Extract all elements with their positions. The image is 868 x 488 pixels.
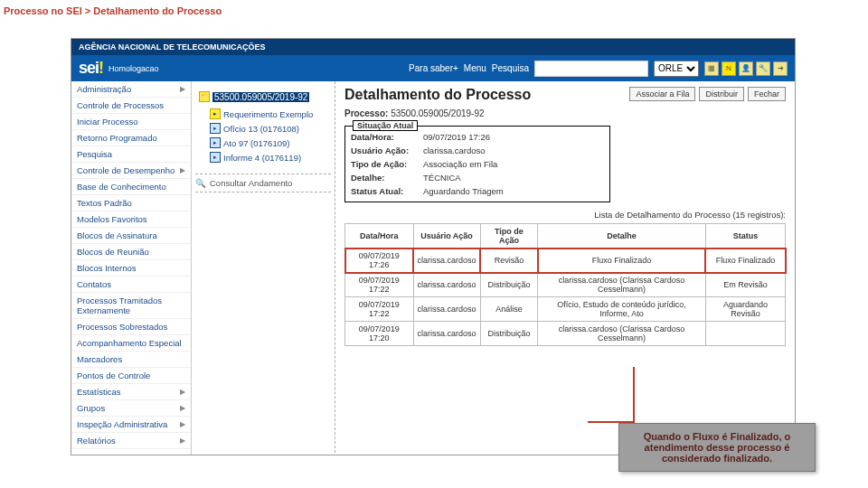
process-number: Processo: 53500.059005/2019-92 xyxy=(344,108,786,118)
env-label: Homologacao xyxy=(108,64,159,73)
breadcrumb: Processo no SEI > Detalhamento do Proces… xyxy=(0,0,868,22)
sidebar-item[interactable]: Acompanhamento Especial xyxy=(71,335,191,352)
sidebar-item[interactable]: Contatos xyxy=(71,277,191,293)
sidebar-item[interactable]: Marcadores xyxy=(71,352,191,368)
caret-icon: ▶ xyxy=(180,166,185,174)
table-row: 09/07/2019 17:20clarissa.cardosoDistribu… xyxy=(345,322,786,346)
caret-icon: ▶ xyxy=(180,420,185,428)
folder-icon: 📁 xyxy=(199,91,210,102)
caret-icon: ▶ xyxy=(180,436,185,445)
sidebar-item[interactable]: Textos Padrão xyxy=(71,195,191,211)
sidebar-item[interactable]: Retorno Programado xyxy=(71,130,191,146)
doc-icon: ▸ xyxy=(210,123,221,134)
callout-connector xyxy=(588,367,635,423)
sidebar-item[interactable]: Blocos Internos xyxy=(71,260,191,277)
col-header: Status xyxy=(705,224,785,249)
sit-row: Status Atual:Aguardando Triagem xyxy=(351,184,604,198)
sit-row: Data/Hora:09/07/2019 17:26 xyxy=(351,130,604,144)
caret-icon: ▶ xyxy=(180,404,185,412)
tree-item[interactable]: ▸Requerimento Exemplo xyxy=(195,107,331,121)
doc-icon: ▸ xyxy=(210,108,221,119)
col-header: Data/Hora xyxy=(345,224,414,249)
para-saber-link[interactable]: Para saber+ xyxy=(409,63,458,73)
list-caption: Lista de Detalhamento do Processo (15 re… xyxy=(344,210,786,220)
table-row: 09/07/2019 17:22clarissa.cardosoAnáliseO… xyxy=(345,297,786,322)
sidebar-item[interactable]: Controle de Processos xyxy=(71,98,191,114)
sidebar-item[interactable]: Estatísticas▶ xyxy=(71,384,191,400)
exit-icon[interactable]: ➔ xyxy=(773,61,788,76)
sidebar-item[interactable]: Processos Tramitados Externamente xyxy=(71,293,191,319)
sidebar-item[interactable]: Modelos Favoritos xyxy=(71,211,191,228)
associar-fila-button[interactable]: Associar a Fila xyxy=(629,87,695,101)
main-toolbar: sei! Homologacao Para saber+ Menu Pesqui… xyxy=(71,55,795,81)
caret-icon: ▶ xyxy=(180,85,185,93)
sidebar-item[interactable]: Processos Sobrestados xyxy=(71,319,191,335)
tree-item[interactable]: ▸Ato 97 (0176109) xyxy=(195,136,331,150)
process-tree: 📁53500.059005/2019-92 ▸Requerimento Exem… xyxy=(192,81,335,455)
sidebar-item[interactable]: Controle de Desempenho▶ xyxy=(71,163,191,179)
sit-row: Tipo de Ação:Associação em Fila xyxy=(351,157,604,171)
pesquisa-label: Pesquisa xyxy=(492,63,529,73)
col-header: Usuário Ação xyxy=(413,224,480,249)
sidebar-item[interactable]: Pontos de Controle xyxy=(71,368,191,384)
doc-icon: ▸ xyxy=(210,137,221,148)
sit-row: Usuário Ação:clarissa.cardoso xyxy=(351,144,604,157)
sidebar-item[interactable]: Inspeção Administrativa▶ xyxy=(71,417,191,433)
sidebar-item[interactable]: Blocos de Assinatura xyxy=(71,228,191,244)
sit-row: Detalhe:TÉCNICA xyxy=(351,171,604,184)
doc-icon: ▸ xyxy=(210,152,221,163)
search-input[interactable] xyxy=(534,61,648,77)
situacao-legend: Situação Atual xyxy=(353,120,418,131)
user-icon[interactable]: 👤 xyxy=(739,61,753,76)
config-icon[interactable]: 🔧 xyxy=(756,61,770,76)
tree-item[interactable]: ▸Informe 4 (0176119) xyxy=(195,150,331,164)
fechar-button[interactable]: Fechar xyxy=(748,87,786,101)
col-header: Detalhe xyxy=(538,224,706,249)
sei-logo: sei! xyxy=(79,59,103,78)
sidebar-item[interactable]: Relatórios▶ xyxy=(71,433,191,449)
sidebar-item[interactable]: Grupos▶ xyxy=(71,400,191,417)
search-icon: 🔍 xyxy=(195,178,206,188)
tree-root[interactable]: 📁53500.059005/2019-92 xyxy=(195,87,331,107)
menu-link[interactable]: Menu xyxy=(464,63,486,73)
notes-icon[interactable]: N xyxy=(722,61,736,76)
distribuir-button[interactable]: Distribuir xyxy=(699,87,744,101)
unit-select[interactable]: ORLE xyxy=(654,61,699,77)
screenshot-frame: AGÊNCIA NACIONAL DE TELECOMUNICAÇÕES sei… xyxy=(71,38,796,455)
sidebar-item[interactable]: Iniciar Processo xyxy=(71,114,191,130)
callout-note: Quando o Fluxo é Finalizado, o atendimen… xyxy=(618,423,816,472)
sidebar-item[interactable]: Blocos de Reunião xyxy=(71,244,191,260)
table-row: 09/07/2019 17:22clarissa.cardosoDistribu… xyxy=(345,273,786,297)
agency-bar: AGÊNCIA NACIONAL DE TELECOMUNICAÇÕES xyxy=(71,39,795,55)
table-row: 09/07/2019 17:26clarissa.cardosoRevisãoF… xyxy=(345,249,786,273)
content-pane: Associar a Fila Distribuir Fechar Detalh… xyxy=(335,81,795,455)
sidebar-item[interactable]: Pesquisa xyxy=(71,146,191,163)
detail-table: Data/HoraUsuário AçãoTipo de AçãoDetalhe… xyxy=(344,223,786,346)
situacao-atual-box: Situação Atual Data/Hora:09/07/2019 17:2… xyxy=(344,126,610,202)
caret-icon: ▶ xyxy=(180,388,185,396)
sidebar-item[interactable]: Administração▶ xyxy=(71,81,191,98)
col-header: Tipo de Ação xyxy=(480,224,538,249)
sidebar-item[interactable]: Base de Conhecimento xyxy=(71,179,191,195)
consultar-andamento[interactable]: 🔍Consultar Andamento xyxy=(195,174,331,192)
grid-icon[interactable]: ▦ xyxy=(704,61,719,76)
sidebar-menu: Administração▶Controle de ProcessosInici… xyxy=(71,81,192,455)
tree-item[interactable]: ▸Ofício 13 (0176108) xyxy=(195,121,331,136)
